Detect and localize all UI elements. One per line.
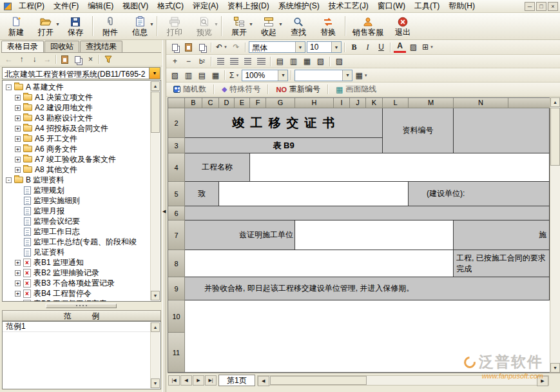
underline-button[interactable]: U [375,41,387,53]
close-button[interactable]: × [548,2,558,11]
tree-item-form-B5[interactable]: +×表B5 工程复工报审表 [3,299,150,301]
col-header-G[interactable]: G [266,98,295,108]
sheet-tab-page1[interactable]: 第1页 [218,375,255,386]
to-label-cell[interactable]: 致 [185,182,219,206]
row-header-5[interactable]: 5 [168,182,185,206]
expand-expander-icon[interactable]: + [15,167,21,173]
collapse-tree-button[interactable]: 收起 ▼ [254,14,284,39]
next-sheet-button[interactable]: ▶ [193,375,204,386]
zoom-select[interactable]: 100% ▼ [242,70,288,81]
menu-file[interactable]: 文件(F) [49,0,83,12]
font-select[interactable]: 黑体 ▼ [249,41,305,53]
project-name-label-cell[interactable]: 工程名称 [185,153,250,182]
align-justify-button[interactable] [255,55,267,67]
cell-style-button[interactable]: ▦ [301,55,313,67]
sales-service-button[interactable]: 销售客服 [348,14,388,39]
example-scrollbar[interactable]: ▲ ▼ [150,322,160,388]
combo-dropdown-icon[interactable]: ▼ [149,68,160,79]
tree-item-B[interactable]: -B 监理资料 [3,175,150,185]
catalog-standard-select[interactable]: 北京建筑工程资料管理系统(DB11/T695-2 ▼ [2,67,160,79]
tree-item-A8[interactable]: +A8 其他文件 [3,164,150,175]
example-item[interactable]: 范例1 [3,322,150,332]
project-input-cell[interactable] [185,250,454,277]
menu-maintenance[interactable]: 系统维护(S) [274,0,324,12]
tree-item-form-B3[interactable]: +×表B3 不合格项处置记录 [3,278,150,288]
scroll-up-icon[interactable]: ▲ [151,322,160,332]
tree-item-doc[interactable]: 监理工作日志 [3,226,150,237]
col-header-M[interactable]: M [409,98,454,108]
expand-expander-icon[interactable]: + [15,126,21,132]
fill-color-button[interactable]: ▨ [407,41,420,53]
dropdown-icon[interactable]: ▼ [342,70,352,81]
tree-item-doc[interactable]: 见证资料 [3,247,150,257]
tab-form-catalog[interactable]: 表格目录 [1,41,44,52]
row-header-3[interactable]: 3 [168,138,185,153]
empty-cell[interactable] [185,300,550,333]
doc-code-label-cell[interactable]: 资料编号 [383,108,454,153]
italic-button[interactable]: I [362,41,374,53]
paste-button[interactable] [182,41,195,53]
doc-title-cell[interactable]: 竣工移交证书 [185,108,383,138]
contractor-input-cell[interactable] [295,220,454,250]
menu-tools[interactable]: 工具(T) [410,0,444,12]
tree-item-doc[interactable]: 监理工作总结(专题、阶段和竣 [3,237,150,247]
tree-item-A2[interactable]: +A2 建设用地文件 [3,103,150,113]
insert-table-button[interactable]: ▧ [169,70,181,81]
col-header-K[interactable]: K [366,98,383,108]
superscript-button[interactable]: b² [196,55,208,67]
row-header-10[interactable]: 10 [168,300,185,333]
scroll-down-icon[interactable]: ▼ [151,378,160,388]
col-header-L[interactable]: L [383,98,409,108]
tree-item-A6[interactable]: +A6 商务文件 [3,144,150,154]
expand-expander-icon[interactable]: + [15,157,21,162]
insert-row-button[interactable]: + [169,55,181,67]
collapse-expander-icon[interactable]: - [6,84,12,90]
scrollbar-thumb[interactable] [550,108,560,166]
expand-expander-icon[interactable]: + [15,95,21,101]
expand-expander-icon[interactable]: + [15,136,21,142]
scroll-up-icon[interactable]: ▲ [151,81,160,91]
tree-item-A1[interactable]: +A1 决策立项文件 [3,92,150,103]
grid-vertical-scrollbar[interactable]: ▲ ▼ [550,97,560,373]
attachment-button[interactable]: 附件 [95,14,125,39]
menu-window[interactable]: 窗口(W) [373,0,410,12]
expand-tree-button[interactable]: 展开 ▼ [224,14,254,39]
col-header-C[interactable]: C [202,98,219,108]
expand-expander-icon[interactable]: + [15,146,21,152]
tree-item-form-B2[interactable]: +×表B2 监理抽验记录 [3,268,150,278]
delete-icon[interactable]: × [84,54,97,65]
nav-up-icon[interactable]: ↑ [15,54,28,65]
project-name-input-cell[interactable] [250,153,550,182]
hide-lines-toggle[interactable]: ▦ 画面隐线 [331,84,381,95]
diagonal-line-button[interactable]: ▧ [314,55,327,67]
expand-expander-icon[interactable]: + [15,280,21,286]
expand-expander-icon[interactable]: + [15,260,21,266]
row-header-2[interactable]: 2 [168,108,185,138]
menu-format[interactable]: 格式(C) [153,0,188,12]
find-button[interactable]: 查找 [284,14,313,39]
shading-button[interactable]: ▨ [333,55,345,67]
delete-row-button[interactable]: − [182,55,195,67]
tab-recycle-bin[interactable]: 回收站 [44,41,79,52]
tree-item-form-B4[interactable]: +×表B4 工程暂停令 [3,288,150,299]
renumber-toggle[interactable]: NO 重新编号 [271,84,325,95]
tree-item-A4[interactable]: +A4 招投标及合同文件 [3,123,150,133]
row-header-6[interactable]: 6 [168,206,185,220]
bold-button[interactable]: B [348,41,360,53]
doc-code-value-cell[interactable] [454,108,550,153]
collapse-expander-icon[interactable]: - [6,177,12,183]
menu-edit[interactable]: 编辑(E) [83,0,118,12]
expand-expander-icon[interactable]: + [15,291,21,297]
previous-sheet-button[interactable]: ◀ [180,375,192,386]
tree-item-doc[interactable]: 监理月报 [3,206,150,216]
row-header-9[interactable]: 9 [168,277,185,300]
scrollbar-thumb[interactable] [151,92,160,133]
menu-report[interactable]: 资料上报(D) [223,0,274,12]
to-input-cell[interactable] [219,182,409,206]
font-size-select[interactable]: 10 ▼ [307,41,342,53]
tree-item-doc[interactable]: 监理实施细则 [3,195,150,206]
font-color-button[interactable]: A [394,41,406,53]
tree-item-doc[interactable]: 监理规划 [3,185,150,195]
tree-scrollbar[interactable]: ▲ ▼ [150,81,160,300]
scroll-right-icon[interactable]: ▶ [537,376,548,386]
